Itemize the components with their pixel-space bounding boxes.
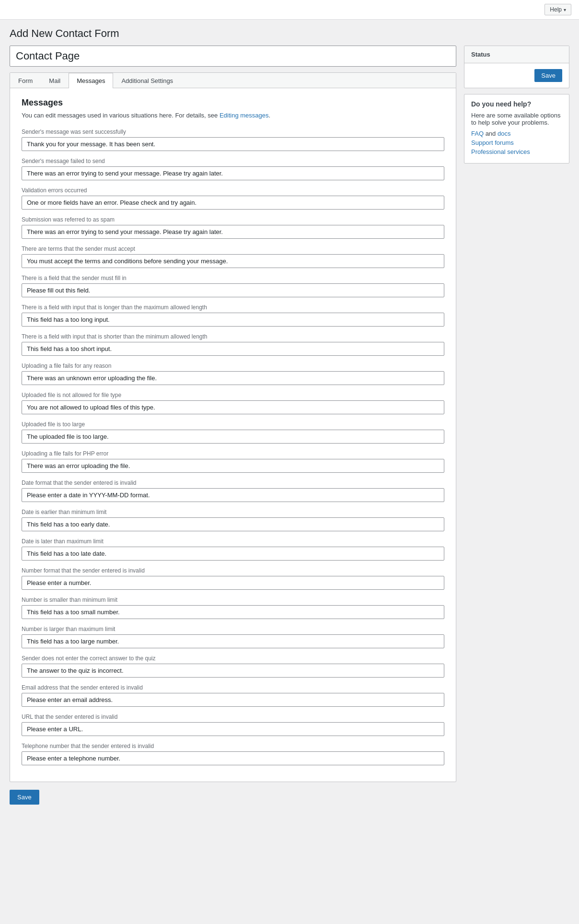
field-label-msg-too-long: There is a field with input that is long…	[22, 304, 444, 311]
page-title: Add New Contact Form	[10, 27, 569, 40]
field-group-msg-file-size: Uploaded file is too large	[22, 421, 444, 444]
fields-container: Sender's message was sent successfullySe…	[22, 129, 444, 765]
field-group-msg-email: Email address that the sender entered is…	[22, 684, 444, 707]
field-group-msg-required: There is a field that the sender must fi…	[22, 275, 444, 297]
help-list: FAQ and docs Support forums Professional…	[471, 130, 562, 155]
field-input-msg-required[interactable]	[22, 283, 444, 297]
field-group-msg-date-late: Date is later than maximum limit	[22, 538, 444, 561]
field-group-msg-date-format: Date format that the sender entered is i…	[22, 480, 444, 502]
field-input-msg-sent[interactable]	[22, 137, 444, 151]
support-forums-link[interactable]: Support forums	[471, 139, 514, 146]
field-label-msg-tel: Telephone number that the sender entered…	[22, 743, 444, 749]
field-group-msg-spam: Submission was referred to as spam	[22, 216, 444, 239]
help-content: Do you need help? Here are some availabl…	[464, 94, 569, 163]
field-label-msg-number-large: Number is larger than maximum limit	[22, 626, 444, 632]
field-label-msg-too-short: There is a field with input that is shor…	[22, 333, 444, 340]
field-input-msg-php-error[interactable]	[22, 459, 444, 473]
main-panel: Form Mail Messages Additional Settings M…	[10, 46, 456, 805]
save-button[interactable]: Save	[534, 69, 562, 82]
field-label-msg-date-format: Date format that the sender entered is i…	[22, 480, 444, 486]
status-title: Status	[464, 46, 569, 63]
field-input-msg-number-format[interactable]	[22, 576, 444, 590]
field-label-msg-sent: Sender's message was sent successfully	[22, 129, 444, 135]
field-group-msg-date-early: Date is earlier than minimum limit	[22, 509, 444, 531]
editing-messages-link[interactable]: Editing messages	[220, 112, 269, 119]
field-group-msg-validation: Validation errors occurred	[22, 187, 444, 210]
field-group-msg-number-large: Number is larger than maximum limit	[22, 626, 444, 648]
field-input-msg-too-short[interactable]	[22, 342, 444, 356]
field-label-msg-email: Email address that the sender entered is…	[22, 684, 444, 691]
field-group-msg-quiz: Sender does not enter the correct answer…	[22, 655, 444, 678]
field-label-msg-validation: Validation errors occurred	[22, 187, 444, 194]
help-box: Do you need help? Here are some availabl…	[464, 94, 569, 164]
field-label-msg-url: URL that the sender entered is invalid	[22, 713, 444, 720]
field-label-msg-number-small: Number is smaller than minimum limit	[22, 597, 444, 603]
section-title: Messages	[22, 98, 444, 108]
field-group-msg-too-short: There is a field with input that is shor…	[22, 333, 444, 356]
field-group-msg-file-type: Uploaded file is not allowed for file ty…	[22, 392, 444, 414]
bottom-save-area: Save	[10, 790, 456, 805]
field-group-msg-sent: Sender's message was sent successfully	[22, 129, 444, 151]
field-label-msg-number-format: Number format that the sender entered is…	[22, 567, 444, 574]
field-label-msg-date-early: Date is earlier than minimum limit	[22, 509, 444, 515]
help-title: Do you need help?	[471, 100, 562, 108]
section-desc: You can edit messages used in various si…	[22, 112, 444, 119]
tab-mail[interactable]: Mail	[41, 73, 69, 88]
help-desc: Here are some available options to help …	[471, 112, 562, 126]
field-input-msg-date-late[interactable]	[22, 547, 444, 561]
field-input-msg-date-format[interactable]	[22, 488, 444, 502]
field-label-msg-upload-error: Uploading a file fails for any reason	[22, 363, 444, 369]
messages-tab-content: Messages You can edit messages used in v…	[10, 88, 456, 782]
field-label-msg-php-error: Uploading a file fails for PHP error	[22, 450, 444, 457]
status-content: Save	[464, 63, 569, 88]
field-label-msg-spam: Submission was referred to as spam	[22, 216, 444, 223]
top-bar: Help	[0, 0, 579, 20]
field-label-msg-terms: There are terms that the sender must acc…	[22, 246, 444, 252]
field-group-msg-number-small: Number is smaller than minimum limit	[22, 597, 444, 619]
tab-messages[interactable]: Messages	[69, 73, 113, 88]
field-group-msg-url: URL that the sender entered is invalid	[22, 713, 444, 736]
faq-link[interactable]: FAQ	[471, 130, 484, 137]
field-group-msg-failed: Sender's message failed to send	[22, 158, 444, 180]
help-item-professional: Professional services	[471, 148, 562, 155]
form-title-input[interactable]	[10, 46, 456, 67]
field-input-msg-failed[interactable]	[22, 166, 444, 180]
field-group-msg-number-format: Number format that the sender entered is…	[22, 567, 444, 590]
field-input-msg-file-size[interactable]	[22, 430, 444, 444]
field-input-msg-date-early[interactable]	[22, 517, 444, 531]
field-group-msg-tel: Telephone number that the sender entered…	[22, 743, 444, 765]
field-input-msg-quiz[interactable]	[22, 664, 444, 678]
help-button[interactable]: Help	[544, 4, 571, 15]
field-group-msg-php-error: Uploading a file fails for PHP error	[22, 450, 444, 473]
help-item-faq: FAQ and docs	[471, 130, 562, 137]
field-group-msg-upload-error: Uploading a file fails for any reason	[22, 363, 444, 385]
field-input-msg-tel[interactable]	[22, 751, 444, 765]
field-label-msg-failed: Sender's message failed to send	[22, 158, 444, 164]
tab-form[interactable]: Form	[10, 73, 41, 88]
field-label-msg-date-late: Date is later than maximum limit	[22, 538, 444, 545]
field-input-msg-upload-error[interactable]	[22, 371, 444, 385]
field-label-msg-quiz: Sender does not enter the correct answer…	[22, 655, 444, 662]
field-label-msg-file-type: Uploaded file is not allowed for file ty…	[22, 392, 444, 398]
tabs-container: Form Mail Messages Additional Settings M…	[10, 72, 456, 782]
field-input-msg-spam[interactable]	[22, 225, 444, 239]
field-input-msg-validation[interactable]	[22, 196, 444, 210]
field-input-msg-too-long[interactable]	[22, 313, 444, 327]
field-input-msg-email[interactable]	[22, 693, 444, 707]
field-input-msg-file-type[interactable]	[22, 400, 444, 414]
field-input-msg-url[interactable]	[22, 722, 444, 736]
field-group-msg-too-long: There is a field with input that is long…	[22, 304, 444, 327]
tabs-header: Form Mail Messages Additional Settings	[10, 73, 456, 88]
field-label-msg-file-size: Uploaded file is too large	[22, 421, 444, 428]
docs-link[interactable]: docs	[498, 130, 510, 137]
professional-services-link[interactable]: Professional services	[471, 148, 530, 155]
field-input-msg-number-small[interactable]	[22, 605, 444, 619]
field-input-msg-terms[interactable]	[22, 254, 444, 268]
field-input-msg-number-large[interactable]	[22, 634, 444, 648]
help-item-forums: Support forums	[471, 139, 562, 146]
bottom-save-button[interactable]: Save	[10, 790, 39, 805]
field-label-msg-required: There is a field that the sender must fi…	[22, 275, 444, 281]
tab-additional-settings[interactable]: Additional Settings	[113, 73, 181, 88]
sidebar: Status Save Do you need help? Here are s…	[464, 46, 569, 169]
status-box: Status Save	[464, 46, 569, 88]
